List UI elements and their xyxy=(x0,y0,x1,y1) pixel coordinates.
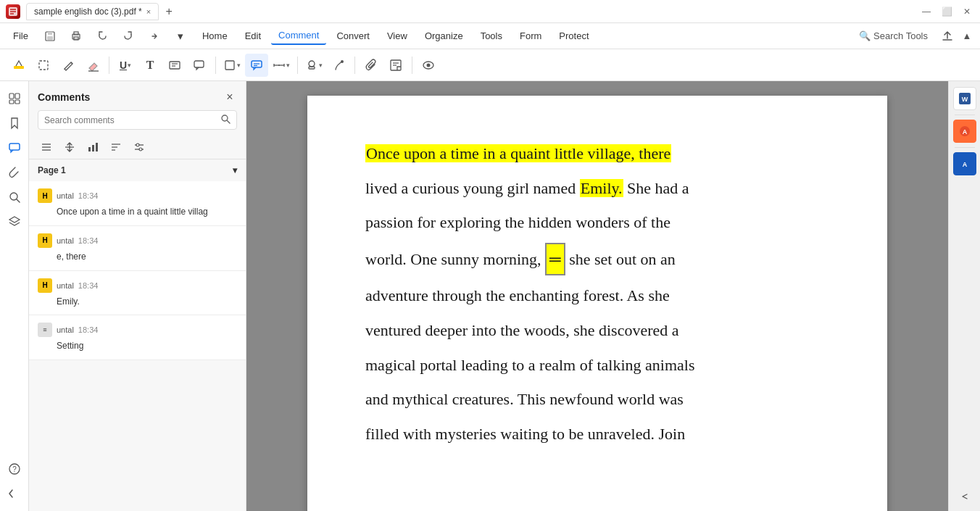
svg-text:W: W xyxy=(961,96,968,103)
comment-search-bar xyxy=(38,110,237,130)
menu-protect[interactable]: Protect xyxy=(552,28,596,44)
svg-rect-32 xyxy=(9,100,14,104)
filter-bar-chart-btn[interactable] xyxy=(107,138,125,156)
filter-chart-btn[interactable] xyxy=(84,138,101,156)
svg-rect-10 xyxy=(170,62,180,69)
filter-list-btn[interactable] xyxy=(38,138,55,156)
comments-list: Page 1 ▾ H untal 18:34 Once upon a time … xyxy=(29,159,246,511)
comment-item-4[interactable]: ≡ untal 18:34 Setting xyxy=(29,315,246,360)
menu-redo-btn[interactable] xyxy=(117,25,140,48)
collapse-btn[interactable]: ▲ xyxy=(960,29,974,43)
textbox-btn[interactable] xyxy=(163,54,186,77)
svg-rect-13 xyxy=(194,61,204,67)
pdf-line-3: passion for exploring the hidden wonders… xyxy=(365,208,829,237)
menu-comment[interactable]: Comment xyxy=(271,27,326,45)
close-btn[interactable]: ✕ xyxy=(960,4,974,19)
sidebar-search-btn[interactable] xyxy=(3,186,26,209)
sidebar-bookmark-btn[interactable] xyxy=(3,112,26,135)
svg-rect-14 xyxy=(225,61,234,70)
menu-print-btn[interactable] xyxy=(65,25,88,48)
menu-save-btn[interactable] xyxy=(38,25,62,48)
search-comments-input[interactable] xyxy=(44,115,220,125)
svg-rect-5 xyxy=(74,32,78,35)
filter-bar xyxy=(29,136,246,159)
eraser-btn[interactable] xyxy=(81,54,104,77)
comment-author-2: untal xyxy=(57,236,74,245)
sidebar-layers-btn[interactable] xyxy=(3,210,26,233)
shape-btn[interactable]: ▾ xyxy=(220,54,244,77)
svg-text:A: A xyxy=(962,128,967,136)
pen-btn[interactable] xyxy=(327,54,350,77)
menu-file[interactable]: File xyxy=(6,28,36,44)
sidebar-thumbnail-btn[interactable] xyxy=(3,87,26,110)
svg-point-39 xyxy=(222,115,228,121)
menu-home[interactable]: Home xyxy=(195,28,235,44)
svg-line-40 xyxy=(228,121,231,124)
titlebar: sample english doc (3).pdf * × + — ⬜ ✕ xyxy=(0,0,980,23)
right-sidebar: W A A xyxy=(948,81,980,511)
page-1-label[interactable]: Page 1 ▾ xyxy=(29,159,246,181)
sidebar-help-btn[interactable]: ? xyxy=(3,457,26,481)
separator-4 xyxy=(354,57,355,74)
text-btn[interactable]: T xyxy=(138,54,162,77)
upload-btn[interactable] xyxy=(938,27,957,46)
sidebar-attachments-btn[interactable] xyxy=(3,161,26,184)
comment-time-3: 18:34 xyxy=(78,281,99,290)
svg-text:?: ? xyxy=(12,465,17,473)
svg-rect-47 xyxy=(96,143,98,151)
attachment-btn[interactable] xyxy=(360,54,383,77)
comment-item-2[interactable]: H untal 18:34 e, there xyxy=(29,226,246,271)
ai-btn-2[interactable]: A xyxy=(953,152,976,175)
menu-convert[interactable]: Convert xyxy=(329,28,377,44)
menu-form[interactable]: Form xyxy=(512,28,549,44)
pencil-btn[interactable] xyxy=(57,54,80,77)
menu-organize[interactable]: Organize xyxy=(418,28,470,44)
highlight-btn[interactable] xyxy=(7,54,30,77)
menu-tools[interactable]: Tools xyxy=(473,28,510,44)
sticky-note-btn[interactable] xyxy=(384,54,407,77)
comments-close-btn[interactable]: × xyxy=(223,90,237,104)
svg-point-29 xyxy=(427,63,431,67)
comment-item-1[interactable]: H untal 18:34 Once upon a time in a quai… xyxy=(29,181,246,226)
measure-btn[interactable]: ▾ xyxy=(270,54,293,77)
separator-3 xyxy=(297,57,298,74)
window-controls: — ⬜ ✕ xyxy=(919,4,974,19)
svg-rect-34 xyxy=(9,144,20,150)
new-tab-btn[interactable]: + xyxy=(160,3,178,20)
pdf-line-9: filled with mysteries waiting to be unra… xyxy=(365,420,829,449)
comment-item-3[interactable]: H untal 18:34 Emily. xyxy=(29,271,246,316)
svg-point-54 xyxy=(139,148,142,151)
underline-btn[interactable]: U ▾ xyxy=(114,54,137,77)
menu-more-btn[interactable]: ▾ xyxy=(169,25,192,48)
menu-share-btn[interactable] xyxy=(143,25,166,48)
filter-sort-btn[interactable] xyxy=(61,138,78,156)
restore-btn[interactable]: ⬜ xyxy=(939,4,954,19)
svg-rect-2 xyxy=(48,32,52,35)
stamp-btn[interactable]: ▾ xyxy=(302,54,325,77)
comment-avatar-1: H xyxy=(38,188,52,203)
search-tools-btn[interactable]: 🔍 Search Tools xyxy=(852,28,935,44)
callout-btn[interactable] xyxy=(188,54,211,77)
svg-line-36 xyxy=(17,199,20,202)
current-tab[interactable]: sample english doc (3).pdf * × xyxy=(26,3,159,20)
comment-bubble-btn[interactable] xyxy=(245,54,268,77)
menu-edit[interactable]: Edit xyxy=(238,28,268,44)
right-expand-btn[interactable] xyxy=(956,488,973,505)
comment-avatar-3: H xyxy=(38,278,52,293)
comments-title: Comments xyxy=(38,91,90,103)
filter-options-btn[interactable] xyxy=(130,138,148,156)
ai-btn-1[interactable]: A xyxy=(953,120,976,143)
tab-close-btn[interactable]: × xyxy=(146,7,151,16)
menu-undo-btn[interactable] xyxy=(91,25,114,48)
search-tools-label: Search Tools xyxy=(873,30,928,41)
svg-point-53 xyxy=(136,144,139,146)
word-plugin-btn[interactable]: W xyxy=(953,87,976,110)
search-comments-icon[interactable] xyxy=(220,114,231,126)
menu-view[interactable]: View xyxy=(380,28,415,44)
preview-btn[interactable] xyxy=(417,54,440,77)
sidebar-comments-btn[interactable] xyxy=(3,136,26,159)
sidebar-collapse-btn[interactable] xyxy=(3,482,26,505)
minimize-btn[interactable]: — xyxy=(919,4,934,19)
pdf-area[interactable]: Once upon a time in a quaint little vill… xyxy=(246,81,948,511)
selection-btn[interactable] xyxy=(32,54,55,77)
